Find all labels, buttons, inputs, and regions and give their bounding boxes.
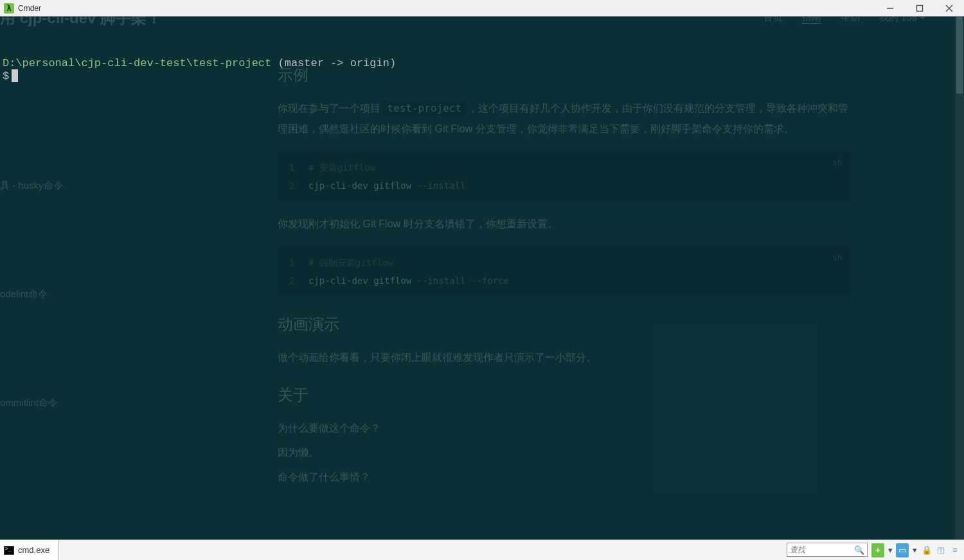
prompt-symbol: $ xyxy=(3,70,9,82)
terminal-scroll-thumb[interactable] xyxy=(956,17,963,94)
window-list-button[interactable]: ▭ xyxy=(896,543,909,557)
search-input[interactable] xyxy=(790,545,854,554)
cmder-icon: λ xyxy=(4,3,14,13)
lock-button[interactable]: 🔒 xyxy=(920,543,933,557)
window-title: Cmder xyxy=(18,4,41,13)
close-icon xyxy=(945,4,953,12)
terminal-cursor xyxy=(12,69,18,82)
svg-rect-1 xyxy=(917,5,923,11)
titlebar-controls xyxy=(875,0,964,16)
new-tab-dropdown[interactable]: ▾ xyxy=(886,543,895,557)
window-list-dropdown[interactable]: ▾ xyxy=(910,543,919,557)
prompt-path: D:\personal\cjp-cli-dev-test\test-projec… xyxy=(3,57,271,69)
terminal-window: λ Cmder D:\personal\cjp-cli-dev-test\tes… xyxy=(0,0,964,539)
titlebar-left: λ Cmder xyxy=(4,3,41,13)
statusbar: cmd.exe 🔍 + ▾ ▭ ▾ 🔒 ◫ ≡ xyxy=(0,539,964,560)
new-tab-button[interactable]: + xyxy=(871,543,884,557)
maximize-icon xyxy=(916,4,924,12)
prompt-branch: (master -> origin) xyxy=(278,57,396,69)
titlebar[interactable]: λ Cmder xyxy=(0,0,964,17)
terminal-scrollbar[interactable] xyxy=(955,17,964,539)
terminal-body[interactable]: D:\personal\cjp-cli-dev-test\test-projec… xyxy=(0,17,964,539)
split-button[interactable]: ◫ xyxy=(934,543,947,557)
statusbar-icons: + ▾ ▭ ▾ 🔒 ◫ ≡ xyxy=(871,540,964,560)
console-tab[interactable]: cmd.exe xyxy=(0,540,59,560)
console-tab-label: cmd.exe xyxy=(18,545,49,555)
minimize-icon xyxy=(886,4,894,12)
statusbar-spacer xyxy=(59,540,783,560)
search-icon[interactable]: 🔍 xyxy=(854,545,864,555)
maximize-button[interactable] xyxy=(905,0,934,16)
minimize-button[interactable] xyxy=(875,0,905,16)
statusbar-search[interactable]: 🔍 xyxy=(787,543,868,557)
menu-button[interactable]: ≡ xyxy=(949,543,961,557)
cmd-icon xyxy=(4,546,14,555)
close-button[interactable] xyxy=(934,0,964,16)
